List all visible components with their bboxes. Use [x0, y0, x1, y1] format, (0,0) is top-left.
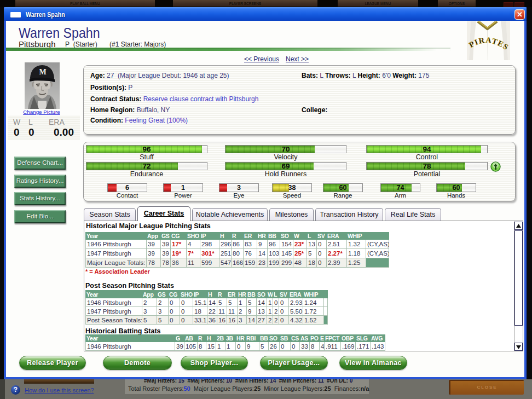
svg-text:M: M	[39, 68, 46, 76]
